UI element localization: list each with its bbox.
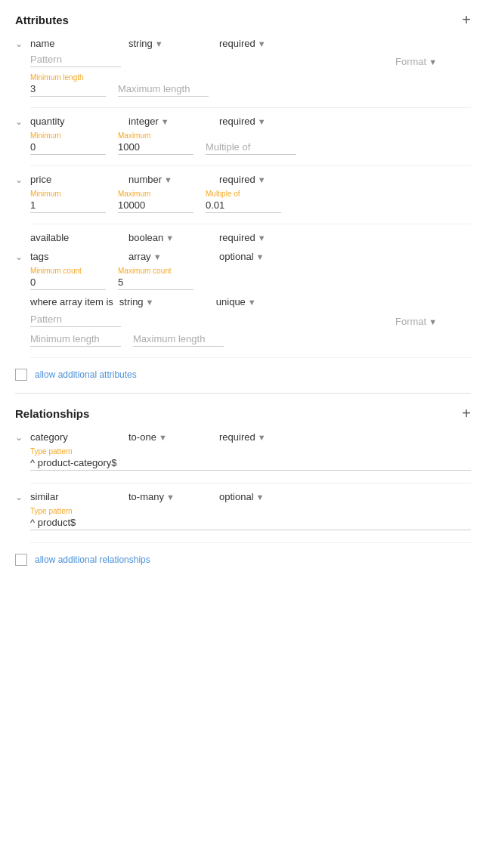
attribute-quantity: ⌄ quantity integer ▼ required ▼ Minimum … (15, 116, 471, 166)
relationship-similar-pattern-row: Type pattern ^ product$ (30, 507, 471, 530)
relationship-category-label: category (30, 431, 128, 443)
relationship-similar-label: similar (30, 491, 128, 502)
attribute-quantity-required-select[interactable]: required ▼ (219, 116, 302, 127)
attribute-name-pattern-placeholder[interactable]: Pattern (30, 54, 121, 67)
attribute-tags-type-value: array (128, 251, 151, 262)
attribute-tags-max-count-value[interactable]: 5 (118, 276, 193, 290)
attribute-quantity-min-value[interactable]: 0 (30, 141, 106, 155)
attribute-name-pattern-field: Pattern (30, 54, 121, 67)
attribute-tags-pattern-placeholder[interactable]: Pattern (30, 314, 121, 327)
attribute-price-type-arrow: ▼ (164, 175, 172, 184)
relationship-category-row: ⌄ category to-one ▼ required ▼ (15, 431, 471, 443)
attribute-price-multiple-value[interactable]: 0.01 (206, 199, 281, 213)
attribute-price-max-label: Maximum (118, 190, 193, 198)
attribute-tags-max-count-field: Maximum count 5 (118, 267, 193, 290)
relationship-similar-required-select[interactable]: optional ▼ (219, 491, 302, 502)
relationship-category-required-select[interactable]: required ▼ (219, 431, 302, 443)
chevron-category-icon[interactable]: ⌄ (15, 432, 30, 443)
relationship-similar-type-select[interactable]: to-many ▼ (128, 491, 219, 502)
attribute-tags-where-label: where array item is (30, 296, 113, 307)
chevron-tags-icon[interactable]: ⌄ (15, 252, 30, 262)
attribute-tags-count-row: Minimum count 0 Maximum count 5 (30, 267, 471, 290)
attribute-available-required-select[interactable]: required ▼ (219, 232, 302, 243)
attribute-tags-min-length-placeholder[interactable]: Minimum length (30, 333, 121, 347)
attribute-price-required-select[interactable]: required ▼ (219, 174, 302, 185)
relationship-similar-pattern-value[interactable]: ^ product$ (30, 517, 471, 530)
attribute-tags-max-count-label: Maximum count (118, 267, 193, 275)
attribute-tags-format-select[interactable]: Format ▼ (395, 316, 471, 327)
attribute-name-max-length-placeholder[interactable]: Maximum length (118, 83, 209, 97)
attribute-price-sub: Minimum 1 Maximum 10000 Multiple of 0.01 (30, 190, 471, 224)
attribute-price-row: ⌄ price number ▼ required ▼ (15, 174, 471, 185)
attribute-price-min-value[interactable]: 1 (30, 199, 106, 213)
relationship-similar-sub: Type pattern ^ product$ (30, 507, 471, 543)
relationship-category-pattern-value[interactable]: ^ product-category$ (30, 457, 471, 471)
attribute-tags: ⌄ tags array ▼ optional ▼ Minimum count … (15, 251, 471, 358)
attribute-tags-label: tags (30, 251, 128, 262)
attribute-price-required-arrow: ▼ (258, 175, 266, 184)
chevron-name-icon[interactable]: ⌄ (15, 39, 30, 49)
attribute-available-label: available (30, 232, 128, 243)
attribute-tags-row: ⌄ tags array ▼ optional ▼ (15, 251, 471, 262)
relationship-category-sub: Type pattern ^ product-category$ (30, 447, 471, 483)
attribute-tags-pattern-field: Pattern (30, 314, 121, 327)
attribute-tags-required-select[interactable]: optional ▼ (219, 251, 302, 262)
attribute-tags-required-value: optional (219, 251, 254, 262)
attribute-quantity-label: quantity (30, 116, 128, 127)
attribute-quantity-sub: Minimum 0 Maximum 1000 Multiple of (30, 131, 471, 166)
allow-additional-attributes-checkbox[interactable] (15, 369, 27, 381)
attribute-name-min-length-field: Minimum length 3 (30, 73, 106, 97)
attribute-name-type-arrow: ▼ (155, 39, 163, 48)
attribute-tags-min-count-value[interactable]: 0 (30, 276, 106, 290)
attribute-name-format-label: Format (395, 56, 426, 67)
attribute-available-type-select[interactable]: boolean ▼ (128, 232, 219, 243)
relationship-category-required-value: required (219, 431, 255, 443)
relationship-category-pattern-label: Type pattern (30, 447, 471, 456)
attribute-tags-item-type-value: string (119, 296, 144, 307)
chevron-similar-icon[interactable]: ⌄ (15, 492, 30, 502)
attribute-quantity-max-value[interactable]: 1000 (118, 141, 193, 155)
attribute-tags-format-field: Format ▼ (395, 316, 471, 327)
attribute-name-format-select[interactable]: Format ▼ (395, 56, 471, 67)
relationship-category-required-arrow: ▼ (258, 433, 266, 442)
chevron-quantity-icon[interactable]: ⌄ (15, 116, 30, 127)
add-relationship-button[interactable]: + (462, 406, 471, 421)
add-attribute-button[interactable]: + (462, 12, 471, 27)
attribute-quantity-max-field: Maximum 1000 (118, 131, 193, 155)
attribute-tags-min-count-field: Minimum count 0 (30, 267, 106, 290)
attribute-available-required-arrow: ▼ (258, 233, 266, 242)
attribute-quantity-minmax-row: Minimum 0 Maximum 1000 Multiple of (30, 131, 471, 155)
attribute-tags-type-select[interactable]: array ▼ (128, 251, 219, 262)
chevron-price-icon[interactable]: ⌄ (15, 175, 30, 185)
attribute-quantity-type-arrow: ▼ (161, 117, 169, 126)
attribute-tags-max-length-placeholder[interactable]: Maximum length (133, 333, 224, 347)
attribute-tags-max-length-field: Maximum length (133, 333, 224, 347)
attribute-price-type-select[interactable]: number ▼ (128, 174, 219, 185)
attribute-tags-item-type-select[interactable]: string ▼ (119, 296, 210, 307)
attribute-price-min-label: Minimum (30, 190, 106, 198)
attribute-tags-item-constraint-select[interactable]: unique ▼ (216, 296, 299, 307)
attribute-price-max-value[interactable]: 10000 (118, 199, 193, 213)
attribute-price: ⌄ price number ▼ required ▼ Minimum 1 Ma… (15, 174, 471, 224)
page: Attributes + ⌄ name string ▼ required ▼ … (0, 0, 486, 588)
attribute-tags-min-count-label: Minimum count (30, 267, 106, 275)
attribute-quantity-type-select[interactable]: integer ▼ (128, 116, 219, 127)
attribute-quantity-multiple-placeholder[interactable]: Multiple of (206, 141, 296, 155)
allow-additional-relationships-checkbox[interactable] (15, 554, 27, 566)
relationships-title: Relationships (15, 407, 89, 420)
attribute-name-min-length-value[interactable]: 3 (30, 83, 106, 97)
attribute-name-format-field: Format ▼ (395, 56, 471, 67)
relationship-similar-required-value: optional (219, 491, 254, 502)
attribute-name-required-select[interactable]: required ▼ (219, 38, 302, 49)
attribute-price-type-value: number (128, 174, 162, 185)
relationship-category-type-select[interactable]: to-one ▼ (128, 431, 219, 443)
attribute-tags-sub: Minimum count 0 Maximum count 5 where ar… (30, 267, 471, 358)
attribute-name-label: name (30, 38, 128, 49)
relationship-category-type-value: to-one (128, 431, 156, 443)
attribute-quantity-min-field: Minimum 0 (30, 131, 106, 155)
section-divider (15, 393, 471, 394)
attribute-name-max-length-field: Maximum length (118, 83, 209, 97)
attribute-tags-item-constraint-value: unique (216, 296, 246, 307)
allow-additional-attributes-row: allow additional attributes (15, 369, 471, 381)
attribute-name-type-select[interactable]: string ▼ (128, 38, 219, 49)
